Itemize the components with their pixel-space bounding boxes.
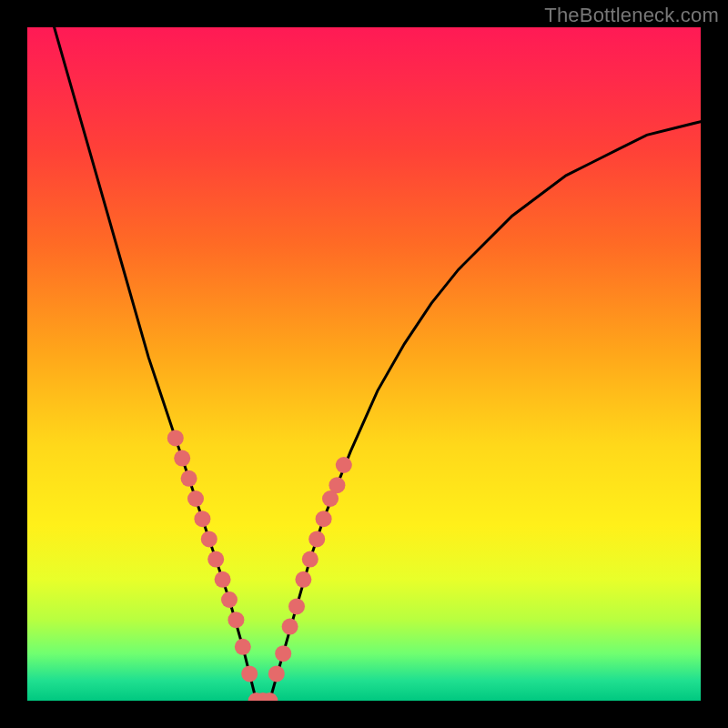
data-point <box>181 470 197 487</box>
data-point <box>336 457 352 473</box>
data-point <box>167 430 184 446</box>
data-point <box>275 645 291 662</box>
data-point <box>282 619 298 635</box>
data-point <box>295 571 311 588</box>
data-point <box>201 531 217 547</box>
data-point <box>302 551 318 568</box>
plot-area <box>27 27 701 701</box>
data-point <box>235 639 251 655</box>
data-point <box>215 571 231 588</box>
data-point <box>228 612 244 628</box>
data-point <box>187 490 204 507</box>
data-point <box>316 511 332 527</box>
data-point <box>308 531 325 547</box>
data-point <box>329 477 345 493</box>
data-point <box>241 665 258 682</box>
data-point <box>288 598 305 614</box>
data-point <box>268 665 285 682</box>
curve-svg <box>27 27 701 701</box>
bottleneck-curve <box>55 27 701 701</box>
data-point <box>221 592 238 608</box>
data-point <box>194 511 210 527</box>
data-point <box>174 450 190 467</box>
data-point <box>207 551 224 568</box>
chart-frame: TheBottleneck.com <box>0 0 728 728</box>
watermark-text: TheBottleneck.com <box>544 4 719 27</box>
